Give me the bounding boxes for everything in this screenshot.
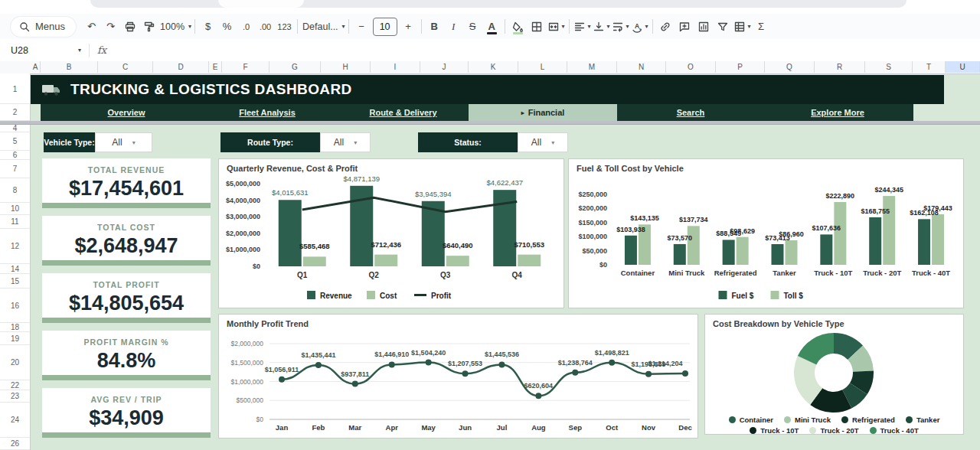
svg-text:$1,500,000: $1,500,000 — [230, 359, 263, 367]
row-header-11[interactable]: 11 — [0, 215, 30, 229]
svg-text:Jul: Jul — [497, 423, 508, 432]
row-header-18[interactable]: 18 — [0, 323, 30, 332]
row-header-2[interactable]: 2 — [0, 104, 30, 121]
column-header-M[interactable]: M — [567, 61, 617, 73]
row-header-24[interactable]: 24 — [0, 403, 30, 438]
formula-input[interactable] — [106, 39, 980, 61]
column-header-F[interactable]: F — [222, 61, 270, 73]
undo-button[interactable]: ↶ — [82, 17, 101, 37]
column-header-U[interactable]: U — [946, 61, 980, 73]
row-header-8[interactable]: 8 — [0, 178, 30, 203]
column-header-T[interactable]: T — [913, 61, 946, 73]
font-size-value[interactable]: 10 — [373, 18, 397, 36]
column-header-E[interactable]: E — [209, 61, 222, 73]
row-header-12[interactable]: 12 — [0, 229, 30, 264]
row-header-26[interactable]: 26 — [0, 438, 30, 450]
fill-color-button[interactable] — [508, 17, 528, 37]
fuel-toll-cost-chart[interactable]: Fuel & Toll Cost by Vehicle $0$50,000$10… — [568, 158, 964, 308]
format-percent-button[interactable]: % — [217, 17, 237, 37]
column-header-L[interactable]: L — [518, 61, 567, 73]
zoom-button[interactable]: 100%▾ — [158, 17, 191, 37]
text-color-button[interactable]: A — [482, 17, 501, 37]
row-header-4[interactable]: 4 — [0, 125, 30, 132]
font-size-button[interactable]: 10 — [371, 17, 399, 37]
tab-financial[interactable]: ▸Financial — [469, 104, 617, 121]
tab-fleet-analysis[interactable]: Fleet Analysis — [198, 104, 336, 121]
vehicle-type-filter-dropdown[interactable]: All▾ — [95, 132, 152, 152]
tab-route-delivery[interactable]: Route & Delivery — [339, 104, 467, 121]
tab-overview[interactable]: Overview — [57, 104, 195, 121]
functions-button[interactable]: Σ — [752, 17, 771, 37]
status-filter-label: Status: — [418, 132, 518, 152]
column-header-Q[interactable]: Q — [765, 61, 815, 73]
svg-text:$1,498,821: $1,498,821 — [595, 349, 629, 357]
row-header-6[interactable]: 6 — [0, 151, 30, 160]
quarterly-revenue-cost-profit-chart[interactable]: Quarterly Revenue, Cost & Profit $0$1,00… — [218, 158, 564, 308]
row-header-19[interactable]: 19 — [0, 332, 30, 345]
font-size-increase-icon: + — [405, 21, 411, 32]
strikethrough-button[interactable]: S — [463, 17, 482, 37]
column-header-D[interactable]: D — [153, 61, 209, 73]
svg-text:Dec: Dec — [678, 423, 691, 432]
column-header-S[interactable]: S — [865, 61, 913, 73]
row-header-23[interactable]: 23 — [0, 390, 30, 403]
svg-text:$4,015,631: $4,015,631 — [272, 188, 309, 197]
italic-button[interactable]: I — [444, 17, 463, 37]
column-header-H[interactable]: H — [321, 61, 371, 73]
row-header-15[interactable]: 15 — [0, 274, 30, 289]
row-header-7[interactable]: 7 — [0, 160, 30, 178]
tab-search[interactable]: Search — [620, 104, 761, 121]
column-header-K[interactable]: K — [469, 61, 518, 73]
font-size-increase-button[interactable]: + — [399, 17, 418, 37]
chevron-down-icon: ▾ — [562, 23, 565, 30]
column-header-B[interactable]: B — [41, 61, 98, 73]
tab-explore-more[interactable]: Explore More — [764, 104, 911, 121]
table-views-button[interactable]: ▾ — [733, 17, 752, 37]
redo-button[interactable]: ↷ — [101, 17, 120, 37]
column-header-R[interactable]: R — [815, 61, 865, 73]
font-size-decrease-button[interactable]: − — [352, 17, 371, 37]
column-header-N[interactable]: N — [617, 61, 666, 73]
row-header-1[interactable]: 1 — [0, 75, 30, 104]
font-button[interactable]: Defaul...▾ — [301, 17, 345, 37]
merge-cells-button[interactable]: ▾ — [547, 17, 566, 37]
row-header-16[interactable]: 16 — [0, 289, 30, 323]
insert-chart-button[interactable] — [694, 17, 714, 37]
svg-text:Cost: Cost — [380, 292, 397, 300]
name-box[interactable]: U28 ▾ — [0, 45, 81, 56]
column-header-G[interactable]: G — [270, 61, 321, 73]
create-filter-button[interactable] — [714, 17, 733, 37]
paint-format-button[interactable] — [139, 17, 158, 37]
column-header-I[interactable]: I — [371, 61, 420, 73]
row-header-20[interactable]: 20 — [0, 345, 30, 380]
column-header-C[interactable]: C — [98, 61, 153, 73]
route-type-filter-dropdown[interactable]: All▾ — [320, 132, 371, 152]
row-header-22[interactable]: 22 — [0, 380, 30, 390]
insert-link-button[interactable] — [656, 17, 675, 37]
column-header-P[interactable]: P — [716, 61, 765, 73]
chart-canvas: $0$1,000,000$2,000,000$3,000,000$4,000,0… — [219, 174, 564, 308]
bold-button[interactable]: B — [425, 17, 444, 37]
menus-button[interactable]: Menus — [11, 17, 76, 37]
vertical-align-button[interactable]: ▾ — [592, 17, 611, 37]
borders-button[interactable] — [528, 17, 547, 37]
text-wrap-button[interactable]: ▾ — [611, 17, 630, 37]
increase-decimal-button[interactable]: .00 — [256, 17, 275, 37]
horizontal-align-button[interactable]: ▾ — [573, 17, 592, 37]
column-header-J[interactable]: J — [420, 61, 469, 73]
monthly-profit-trend-chart[interactable]: Monthly Profit Trend $0$500,000$1,000,00… — [218, 314, 698, 439]
insert-comment-button[interactable] — [675, 17, 694, 37]
row-header-14[interactable]: 14 — [0, 264, 30, 274]
row-header-5[interactable]: 5 — [0, 132, 30, 151]
cost-breakdown-donut-chart[interactable]: Cost Breakdown by Vehicle Type Container… — [704, 314, 964, 435]
column-header-A[interactable]: A — [31, 61, 41, 73]
column-header-O[interactable]: O — [666, 61, 716, 73]
print-button[interactable] — [120, 17, 139, 37]
status-filter-dropdown[interactable]: All▾ — [518, 132, 568, 152]
row-header-10[interactable]: 10 — [0, 203, 30, 215]
format-currency-button[interactable]: $ — [198, 17, 217, 37]
decrease-decimal-button[interactable]: .0 — [237, 17, 256, 37]
more-formats-button[interactable]: 123 — [275, 17, 294, 37]
text-rotate-button[interactable]: A▾ — [630, 17, 649, 37]
kpi-accent-bar — [42, 260, 211, 266]
